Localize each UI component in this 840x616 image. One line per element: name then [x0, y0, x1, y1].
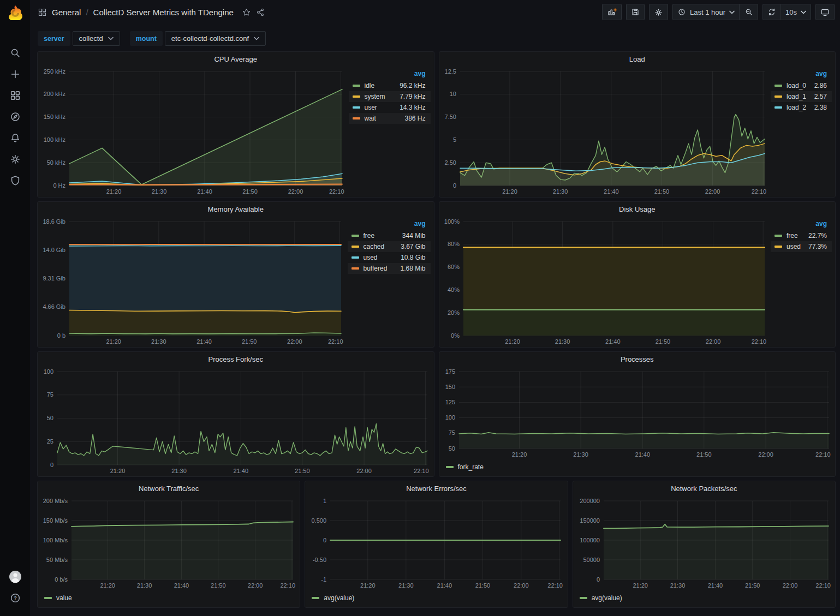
panel-title-network-traffic[interactable]: Network Traffic/sec [38, 481, 300, 495]
sidebar-dashboards-button[interactable] [0, 85, 30, 106]
disk-usage-chart[interactable]: 0%20%40%60%80%100%21:2021:3021:4021:5022… [439, 216, 771, 347]
x-axis-tick: 22:10 [548, 582, 563, 589]
sidebar-explore-button[interactable] [0, 106, 30, 127]
grafana-logo-button[interactable] [7, 4, 24, 23]
processes-chart[interactable]: 507510012515017521:2021:3021:4021:5022:0… [439, 366, 836, 460]
series-color-dash [775, 246, 782, 248]
sidebar-search-button[interactable] [0, 42, 30, 63]
legend-series-value: 2.38 [814, 104, 827, 111]
legend-item-wait[interactable]: wait386 Hz [349, 113, 431, 124]
x-axis-tick: 22:00 [248, 582, 263, 589]
process-fork-chart[interactable]: 025507510021:2021:3021:4021:5022:0022:10 [38, 366, 434, 476]
chart-svg: -1-0.5000.500121:2021:3021:4021:5022:002… [305, 495, 567, 591]
grafana-logo-icon [7, 4, 24, 22]
legend-item-avg(value)[interactable]: avg(value) [580, 594, 622, 602]
legend-item-load_2[interactable]: load_22.38 [771, 102, 832, 113]
y-axis-tick: 14.0 Gib [43, 247, 65, 253]
template-var-mount: mount etc-collectd-collectd.conf [130, 31, 266, 46]
time-picker-group: Last 1 hour [672, 4, 758, 20]
x-axis-tick: 21:20 [502, 188, 517, 195]
var-mount-value-dropdown[interactable]: etc-collectd-collectd.conf [165, 31, 266, 46]
sidebar: ? [0, 0, 30, 616]
panel-title-disk-usage[interactable]: Disk Usage [439, 202, 836, 216]
dashboard-row: Network Traffic/sec 0 b/s50 Mb/s100 Mb/s… [37, 481, 836, 608]
refresh-dashboard-button[interactable] [762, 4, 781, 20]
x-axis-tick: 22:00 [514, 582, 529, 589]
x-axis-tick: 22:10 [328, 338, 343, 345]
x-axis-tick: 21:30 [555, 338, 570, 345]
panel-title-load[interactable]: Load [439, 52, 836, 66]
network-traffic-chart[interactable]: 0 b/s50 Mb/s100 Mb/s150 Mb/s200 Mb/s21:2… [38, 495, 300, 591]
network-packets-chart[interactable]: 05000010000015000020000021:2021:3021:402… [573, 495, 835, 591]
y-axis-tick: 200 Mb/s [43, 498, 68, 504]
legend-avg-header[interactable]: avg [771, 69, 832, 80]
disk-usage-legend: avgfree22.7%used77.3% [771, 216, 835, 347]
network-traffic-legend: value [38, 591, 300, 607]
sidebar-profile-button[interactable] [0, 566, 30, 587]
sidebar-configuration-button[interactable] [0, 148, 30, 170]
series-color-dash [312, 597, 319, 599]
refresh-interval-dropdown[interactable]: 10s [781, 4, 811, 20]
time-range-picker[interactable]: Last 1 hour [672, 4, 740, 20]
x-axis-tick: 21:50 [654, 188, 669, 195]
star-button[interactable] [242, 8, 251, 17]
dashboard-settings-button[interactable] [649, 4, 668, 20]
legend-item-load_1[interactable]: load_12.57 [771, 91, 832, 102]
legend-item-cached[interactable]: cached3.67 Gib [348, 241, 431, 252]
var-server-value-dropdown[interactable]: collectd [73, 31, 120, 46]
panel-title-cpu-average[interactable]: CPU Average [38, 52, 434, 66]
network-errors-chart[interactable]: -1-0.5000.500121:2021:3021:4021:5022:002… [305, 495, 567, 591]
x-axis-tick: 21:50 [655, 338, 670, 345]
legend-item-load_0[interactable]: load_02.86 [771, 80, 832, 91]
x-axis-tick: 21:20 [360, 582, 376, 589]
panel-title-network-errors[interactable]: Network Errors/sec [305, 481, 567, 495]
legend-item-user[interactable]: user14.3 kHz [349, 102, 431, 113]
panel-title-network-packets[interactable]: Network Packets/sec [573, 481, 835, 495]
legend-avg-header[interactable]: avg [348, 219, 431, 230]
sidebar-create-button[interactable] [0, 63, 30, 85]
network-errors-legend: avg(value) [305, 591, 567, 607]
y-axis-tick: 25 [47, 438, 53, 445]
legend-avg-header[interactable]: avg [349, 69, 431, 80]
y-axis-tick: 1 [323, 498, 326, 504]
legend-series-name: load_0 [787, 82, 806, 89]
save-dashboard-button[interactable] [626, 4, 645, 20]
y-axis-tick: -1 [321, 576, 327, 583]
memory-available-chart[interactable]: 0 b4.66 Gib9.31 Gib14.0 Gib18.6 Gib21:20… [38, 216, 348, 347]
dashboard-grid: CPU Average 0 Hz50 kHz100 kHz150 kHz200 … [30, 51, 840, 616]
cycle-view-mode-button[interactable] [815, 4, 835, 20]
legend-item-free[interactable]: free344 Mib [348, 230, 431, 241]
legend-item-fork_rate[interactable]: fork_rate [446, 463, 484, 471]
legend-item-free[interactable]: free22.7% [771, 230, 832, 241]
panel-title-memory-available[interactable]: Memory Available [38, 202, 434, 216]
legend-item-system[interactable]: system7.79 kHz [349, 91, 431, 102]
legend-item-used[interactable]: used77.3% [771, 241, 832, 252]
legend-series-value: 14.3 kHz [400, 104, 425, 111]
dashboard-title[interactable]: CollectD Server Metrics with TDengine [93, 8, 234, 17]
zoom-out-time-button[interactable] [740, 4, 758, 20]
memory-available-legend: avgfree344 Mibcached3.67 Gibused10.8 Gib… [348, 216, 434, 347]
sidebar-help-button[interactable]: ? [0, 587, 30, 608]
x-axis-tick: 21:50 [242, 338, 257, 345]
legend-item-buffered[interactable]: buffered1.68 Mib [348, 263, 431, 274]
y-axis-tick: 0 [597, 576, 600, 583]
x-axis-tick: 21:50 [696, 451, 712, 458]
share-button[interactable] [256, 8, 265, 17]
legend-item-avg(value)[interactable]: avg(value) [312, 594, 354, 602]
cpu-average-chart[interactable]: 0 Hz50 kHz100 kHz150 kHz200 kHz250 kHz21… [38, 66, 349, 197]
legend-avg-header[interactable]: avg [771, 219, 832, 230]
legend-item-idle[interactable]: idle96.2 kHz [349, 80, 431, 91]
x-axis-tick: 21:30 [398, 582, 414, 589]
apps-grid-icon [38, 8, 47, 17]
panel-title-process-fork[interactable]: Process Fork/sec [38, 352, 434, 366]
settings-gear-icon [654, 8, 663, 17]
load-chart[interactable]: 02.5057.501012.521:2021:3021:4021:5022:0… [439, 66, 771, 197]
breadcrumb-section[interactable]: General [52, 8, 81, 17]
panel-title-processes[interactable]: Processes [439, 352, 836, 366]
legend-item-value[interactable]: value [44, 594, 72, 602]
legend-item-used[interactable]: used10.8 Gib [348, 252, 431, 263]
sidebar-server-admin-button[interactable] [0, 170, 30, 191]
sidebar-alerting-button[interactable] [0, 127, 30, 148]
add-panel-button[interactable] [602, 4, 622, 20]
refresh-icon [767, 8, 776, 16]
